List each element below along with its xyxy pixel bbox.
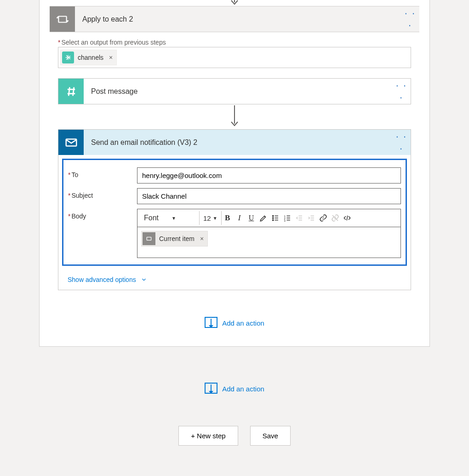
to-input[interactable] bbox=[137, 167, 401, 184]
bold-button[interactable]: B bbox=[222, 211, 234, 225]
font-select-label: Font bbox=[144, 214, 159, 222]
loop-icon bbox=[50, 6, 75, 32]
svg-line-5 bbox=[73, 87, 74, 96]
svg-rect-28 bbox=[147, 237, 151, 241]
caret-down-icon: ▼ bbox=[172, 216, 176, 221]
font-size-select[interactable]: 12 ▼ bbox=[200, 211, 222, 225]
post-message-menu[interactable]: · · · bbox=[392, 80, 411, 103]
flow-canvas: Apply to each 2 · · · *Select an output … bbox=[39, 0, 430, 347]
footer-buttons: + New step Save bbox=[0, 426, 469, 446]
to-label: *To bbox=[68, 167, 137, 178]
save-button[interactable]: Save bbox=[250, 426, 291, 446]
post-message-header[interactable]: Post message · · · bbox=[58, 79, 411, 104]
post-message-title: Post message bbox=[84, 87, 392, 96]
mail-icon bbox=[58, 130, 84, 155]
rte-toolbar: Font ▼ 12 ▼ B I U bbox=[137, 209, 401, 227]
unlink-button[interactable] bbox=[329, 211, 341, 225]
svg-point-9 bbox=[272, 218, 273, 218]
send-email-title: Send an email notification (V3) 2 bbox=[84, 138, 392, 147]
body-label: *Body bbox=[68, 209, 137, 220]
svg-point-10 bbox=[272, 219, 273, 220]
select-output-label: *Select an output from previous steps bbox=[58, 39, 411, 46]
channels-chip[interactable]: channels × bbox=[60, 50, 117, 65]
font-size-label: 12 bbox=[203, 214, 211, 222]
add-action-inner[interactable]: Add an action bbox=[40, 318, 429, 328]
subject-input[interactable] bbox=[137, 188, 401, 204]
select-output-field[interactable]: channels × bbox=[58, 47, 411, 68]
apply-to-each-title: Apply to each 2 bbox=[75, 15, 401, 23]
svg-text:3: 3 bbox=[284, 219, 286, 222]
advanced-options-label: Show advanced options bbox=[68, 276, 136, 283]
send-email-form: *To *Subject *Body Font ▼ bbox=[62, 159, 407, 266]
numbered-list-button[interactable]: 123 bbox=[281, 211, 293, 225]
send-email-header[interactable]: Send an email notification (V3) 2 · · · bbox=[58, 130, 411, 155]
svg-line-4 bbox=[69, 87, 69, 96]
svg-rect-1 bbox=[58, 16, 66, 22]
caret-down-icon: ▼ bbox=[213, 216, 217, 221]
add-action-label: Add an action bbox=[222, 385, 264, 393]
show-advanced-options[interactable]: Show advanced options bbox=[68, 276, 147, 283]
current-item-chip[interactable]: Current item × bbox=[141, 231, 208, 247]
apply-to-each-header[interactable]: Apply to each 2 · · · bbox=[50, 6, 419, 32]
insert-step-icon bbox=[205, 318, 217, 328]
arrow-post-to-email bbox=[40, 105, 429, 128]
new-step-button[interactable]: + New step bbox=[178, 426, 238, 446]
current-item-remove[interactable]: × bbox=[200, 235, 204, 242]
link-button[interactable] bbox=[317, 211, 329, 225]
body-row: *Body Font ▼ 12 ▼ B I U bbox=[68, 209, 401, 258]
indent-button[interactable] bbox=[305, 211, 317, 225]
channels-chip-label: channels bbox=[78, 54, 103, 61]
chevron-down-icon bbox=[141, 276, 147, 283]
insert-step-icon bbox=[205, 384, 217, 394]
bullet-list-button[interactable] bbox=[269, 211, 281, 225]
send-email-menu[interactable]: · · · bbox=[392, 131, 411, 155]
slack-icon bbox=[62, 52, 74, 63]
svg-point-8 bbox=[272, 215, 273, 216]
hash-icon bbox=[58, 79, 84, 104]
svg-line-27 bbox=[347, 216, 348, 221]
add-action-label: Add an action bbox=[222, 319, 264, 327]
code-view-button[interactable] bbox=[341, 211, 353, 225]
add-action-outer[interactable]: Add an action bbox=[0, 384, 469, 394]
outdent-button[interactable] bbox=[293, 211, 305, 225]
highlight-button[interactable] bbox=[257, 211, 269, 225]
current-item-label: Current item bbox=[159, 235, 194, 242]
apply-to-each-menu[interactable]: · · · bbox=[401, 7, 419, 31]
loop-icon bbox=[143, 232, 155, 245]
to-row: *To bbox=[68, 167, 401, 184]
underline-button[interactable]: U bbox=[246, 211, 257, 225]
body-editor[interactable]: Current item × bbox=[137, 227, 401, 258]
subject-label: *Subject bbox=[68, 188, 137, 199]
italic-button[interactable]: I bbox=[234, 211, 246, 225]
arrow-into-apply bbox=[40, 0, 429, 6]
font-select[interactable]: Font ▼ bbox=[139, 211, 200, 225]
channels-chip-remove[interactable]: × bbox=[109, 54, 113, 61]
post-message-action: Post message · · · bbox=[58, 78, 411, 104]
select-output-text: Select an output from previous steps bbox=[61, 39, 166, 46]
send-email-action: Send an email notification (V3) 2 · · · … bbox=[58, 129, 411, 290]
subject-row: *Subject bbox=[68, 188, 401, 204]
